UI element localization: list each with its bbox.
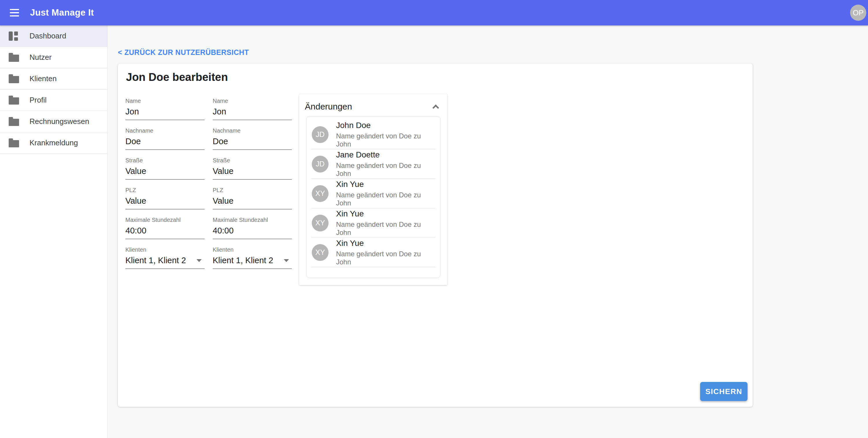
change-description: Name geändert von Doe zu John	[336, 161, 435, 178]
folder-icon	[9, 117, 29, 126]
name-field: Name Jon	[125, 98, 205, 120]
changes-panel: Änderungen JD John Doe Name geändert von…	[299, 94, 447, 285]
field-label: Klienten	[125, 246, 205, 253]
nachname-field: Nachname Doe	[125, 127, 205, 150]
field-label: Name	[125, 98, 205, 104]
avatar: XY	[312, 244, 329, 261]
edit-user-form: Name Jon Nachname Doe Straße Value PLZ V…	[125, 98, 292, 276]
folder-icon	[9, 74, 29, 83]
klienten-field: Klienten Klient 1, Klient 2	[125, 246, 205, 269]
form-column-1: Name Jon Nachname Doe Straße Value PLZ V…	[125, 98, 205, 276]
hamburger-menu-icon[interactable]	[10, 9, 19, 17]
change-description: Name geändert von Doe zu John	[336, 132, 435, 148]
avatar: XY	[312, 185, 329, 202]
strasse-field: Straße Value	[213, 157, 292, 180]
field-label: Maximale Stundezahl	[125, 217, 205, 223]
sidebar-item-label: Rechnungswesen	[29, 117, 89, 126]
save-button[interactable]: SICHERN	[700, 382, 747, 401]
klienten-select[interactable]: Klient 1, Klient 2	[125, 256, 205, 269]
change-list-item[interactable]: JD John Doe Name geändert von Doe zu Joh…	[307, 120, 440, 149]
change-description: Name geändert von Doe zu John	[336, 250, 435, 266]
user-avatar[interactable]: OP	[850, 5, 866, 21]
form-column-2: Name Jon Nachname Doe Straße Value PLZ V…	[213, 98, 292, 276]
plz-field: PLZ Value	[213, 187, 292, 210]
stundezahl-field: Maximale Stundezahl 40:00	[213, 217, 292, 239]
field-label: Name	[213, 98, 292, 104]
sidebar: Dashboard Nutzer Klienten Profil Rechnun…	[0, 25, 107, 438]
name-input[interactable]: Jon	[125, 107, 205, 120]
strasse-field: Straße Value	[125, 157, 205, 180]
dropdown-arrow-icon	[284, 259, 289, 262]
change-description: Name geändert von Doe zu John	[336, 191, 435, 207]
nachname-field: Nachname Doe	[213, 127, 292, 150]
app-title: Just Manage It	[30, 7, 94, 18]
plz-input[interactable]: Value	[125, 196, 205, 210]
field-label: Nachname	[213, 127, 292, 134]
sidebar-item-klienten[interactable]: Klienten	[0, 68, 107, 90]
change-user-name: Jane Doette	[336, 150, 435, 159]
changes-list: JD John Doe Name geändert von Doe zu Joh…	[306, 116, 440, 278]
changes-panel-title: Änderungen	[305, 102, 352, 112]
sidebar-item-nutzer[interactable]: Nutzer	[0, 47, 107, 68]
change-user-name: John Doe	[336, 121, 435, 130]
klienten-select[interactable]: Klient 1, Klient 2	[213, 256, 292, 269]
field-label: Maximale Stundezahl	[213, 217, 292, 223]
plz-input[interactable]: Value	[213, 196, 292, 210]
change-user-name: Xin Yue	[336, 209, 435, 218]
change-user-name: Xin Yue	[336, 239, 435, 248]
sidebar-item-label: Profil	[29, 96, 46, 104]
change-list-item[interactable]: JD Jane Doette Name geändert von Doe zu …	[307, 149, 440, 179]
field-label: PLZ	[125, 187, 205, 194]
strasse-input[interactable]: Value	[213, 166, 292, 180]
field-label: Klienten	[213, 246, 292, 253]
name-field: Name Jon	[213, 98, 292, 120]
avatar: JD	[312, 126, 329, 143]
back-to-user-overview-link[interactable]: < ZURÜCK ZUR NUTZERÜBERSICHT	[118, 48, 249, 57]
klienten-field: Klienten Klient 1, Klient 2	[213, 246, 292, 269]
avatar: XY	[312, 215, 329, 231]
folder-icon	[9, 53, 29, 62]
app-bar: Just Manage It OP	[0, 0, 868, 25]
avatar: JD	[312, 156, 329, 173]
changes-panel-header[interactable]: Änderungen	[299, 94, 447, 112]
sidebar-item-rechnungswesen[interactable]: Rechnungswesen	[0, 111, 107, 132]
field-label: PLZ	[213, 187, 292, 194]
page-title: Jon Doe bearbeiten	[126, 71, 228, 84]
nachname-input[interactable]: Doe	[213, 137, 292, 150]
change-user-name: Xin Yue	[336, 180, 435, 189]
divider	[311, 267, 435, 267]
folder-icon	[9, 139, 29, 147]
sidebar-item-label: Krankmeldung	[29, 138, 78, 147]
stundezahl-input[interactable]: 40:00	[125, 226, 205, 239]
sidebar-item-label: Nutzer	[29, 53, 52, 62]
edit-user-card: Jon Doe bearbeiten Name Jon Nachname Doe…	[118, 64, 753, 407]
field-label: Nachname	[125, 127, 205, 134]
change-description: Name geändert von Doe zu John	[336, 220, 435, 237]
dropdown-arrow-icon	[196, 259, 202, 262]
sidebar-item-dashboard[interactable]: Dashboard	[0, 25, 107, 47]
klienten-select-value: Klient 1, Klient 2	[213, 256, 273, 265]
field-label: Straße	[213, 157, 292, 164]
stundezahl-input[interactable]: 40:00	[213, 226, 292, 239]
chevron-up-icon[interactable]	[433, 104, 439, 111]
klienten-select-value: Klient 1, Klient 2	[125, 256, 186, 265]
change-list-item[interactable]: XY Xin Yue Name geändert von Doe zu John	[307, 238, 440, 267]
change-list-item[interactable]: XY Xin Yue Name geändert von Doe zu John	[307, 179, 440, 208]
sidebar-item-label: Dashboard	[29, 31, 66, 40]
change-list-item[interactable]: XY Xin Yue Name geändert von Doe zu John	[307, 208, 440, 238]
sidebar-item-krankmeldung[interactable]: Krankmeldung	[0, 132, 107, 154]
field-label: Straße	[125, 157, 205, 164]
sidebar-item-profil[interactable]: Profil	[0, 90, 107, 111]
sidebar-item-label: Klienten	[29, 74, 57, 83]
nachname-input[interactable]: Doe	[125, 137, 205, 150]
plz-field: PLZ Value	[125, 187, 205, 210]
strasse-input[interactable]: Value	[125, 166, 205, 180]
stundezahl-field: Maximale Stundezahl 40:00	[125, 217, 205, 239]
dashboard-icon	[9, 31, 29, 41]
folder-icon	[9, 96, 29, 104]
name-input[interactable]: Jon	[213, 107, 292, 120]
